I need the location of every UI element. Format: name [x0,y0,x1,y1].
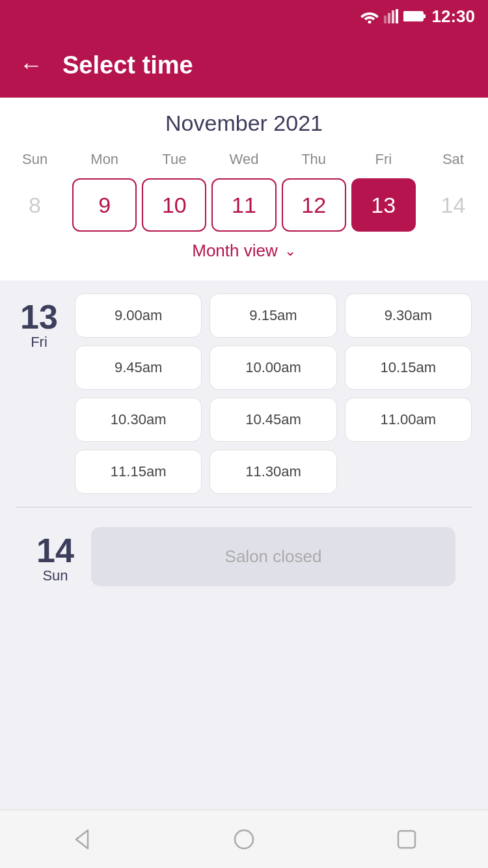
calendar-section: November 2021 Sun Mon Tue Wed Thu Fri Sa… [0,98,488,280]
svg-point-9 [235,830,253,848]
day-13-label: 13 Fri [16,293,62,494]
day-cell-13[interactable]: 13 [351,178,416,232]
day-header-tue: Tue [139,148,209,176]
month-year-title: November 2021 [0,111,488,136]
svg-rect-1 [384,16,386,23]
status-bar: 12:30 [0,0,488,33]
day-14-block: 14 Sun Salon closed [16,521,472,593]
svg-rect-2 [388,13,390,23]
back-button[interactable]: ← [20,53,43,77]
day-header-fri: Fri [349,148,418,176]
day-cell-10[interactable]: 10 [142,178,206,232]
calendar-grid: Sun Mon Tue Wed Thu Fri Sat 8 9 10 11 12… [0,148,488,234]
time-slot-1000[interactable]: 10.00am [210,346,336,390]
day-13-time-slots: 9.00am 9.15am 9.30am 9.45am 10.00am 10.1… [75,293,472,494]
svg-rect-7 [424,14,426,18]
home-nav-icon [232,828,256,851]
month-view-label: Month view [192,241,278,261]
time-slot-1115[interactable]: 11.15am [75,450,202,494]
signal-icon [384,9,398,23]
app-header: ← Select time [0,33,488,98]
day-cell-14: 14 [418,176,488,234]
nav-home-button[interactable] [232,828,256,851]
time-section: 13 Fri 9.00am 9.15am 9.30am 9.45am 10.00… [0,280,488,619]
page-title: Select time [62,51,193,79]
day-13-block: 13 Fri 9.00am 9.15am 9.30am 9.45am 10.00… [16,293,472,494]
time-slot-1100[interactable]: 11.00am [345,398,472,442]
svg-rect-4 [396,9,398,23]
day-header-mon: Mon [70,148,139,176]
svg-point-0 [368,21,371,24]
svg-marker-8 [76,830,88,848]
day-cell-12[interactable]: 12 [282,178,346,232]
svg-rect-6 [405,13,418,20]
day-13-name: Fri [31,334,47,351]
battery-icon [403,10,426,22]
nav-back-button[interactable] [70,828,93,851]
svg-rect-3 [392,10,394,23]
time-slot-945[interactable]: 9.45am [75,346,202,390]
day-cell-8: 8 [0,176,70,234]
day-14-name: Sun [42,567,68,584]
section-divider [16,507,472,508]
nav-bar [0,809,488,868]
back-nav-icon [70,828,93,851]
day-14-label: 14 Sun [33,527,78,586]
nav-recent-button[interactable] [395,828,418,851]
wifi-icon [360,9,379,23]
day-13-number: 13 [20,300,58,334]
time-slot-1030[interactable]: 10.30am [75,398,202,442]
svg-rect-10 [398,831,415,848]
day-header-sat: Sat [418,148,488,176]
chevron-down-icon: ⌄ [284,243,296,260]
day-cell-9[interactable]: 9 [72,178,137,232]
day-header-thu: Thu [279,148,349,176]
status-icons [360,9,426,23]
day-header-sun: Sun [0,148,70,176]
day-14-number: 14 [36,534,74,567]
salon-closed-label: Salon closed [225,547,322,566]
day-cell-11[interactable]: 11 [211,178,276,232]
status-time: 12:30 [432,7,476,27]
time-slot-1130[interactable]: 11.30am [210,450,336,494]
time-slot-915[interactable]: 9.15am [210,293,336,338]
month-view-toggle[interactable]: Month view ⌄ [0,234,488,271]
time-slot-1045[interactable]: 10.45am [210,398,336,442]
time-slot-900[interactable]: 9.00am [75,293,202,338]
day-header-wed: Wed [209,148,278,176]
recent-nav-icon [395,828,418,851]
time-slot-1015[interactable]: 10.15am [345,346,472,390]
salon-closed-banner: Salon closed [91,527,455,586]
time-slot-930[interactable]: 9.30am [345,293,472,338]
